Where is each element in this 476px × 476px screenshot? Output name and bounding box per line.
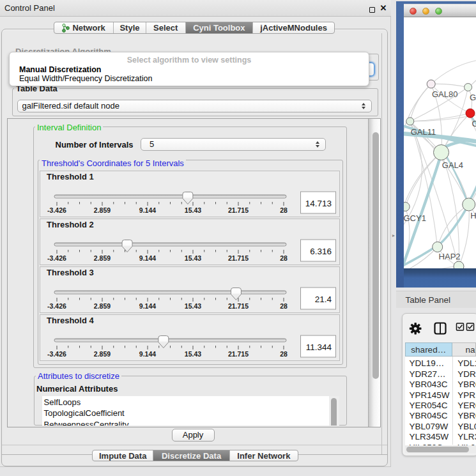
svg-text:2.859: 2.859 xyxy=(94,206,111,214)
svg-text:9.144: 9.144 xyxy=(139,350,156,358)
svg-text:21.715: 21.715 xyxy=(228,302,249,310)
svg-text:CR: CR xyxy=(472,119,476,128)
svg-text:-3.426: -3.426 xyxy=(47,206,66,214)
svg-text:21.715: 21.715 xyxy=(228,254,249,262)
svg-text:-3.426: -3.426 xyxy=(47,350,66,358)
svg-text:HI: HI xyxy=(470,210,476,220)
svg-text:GAL4: GAL4 xyxy=(442,160,463,170)
svg-text:GA: GA xyxy=(470,92,476,102)
svg-text:11.344: 11.344 xyxy=(306,342,332,352)
svg-text:14.713: 14.713 xyxy=(305,199,332,208)
svg-text:Threshold 2: Threshold 2 xyxy=(47,220,94,229)
svg-text:Threshold 1: Threshold 1 xyxy=(47,172,94,181)
svg-text:21.715: 21.715 xyxy=(228,206,249,214)
svg-text:GAL80: GAL80 xyxy=(432,89,457,99)
svg-text:28: 28 xyxy=(280,350,288,358)
svg-text:28: 28 xyxy=(280,254,288,262)
svg-text:GAL11: GAL11 xyxy=(411,127,436,137)
svg-text:28: 28 xyxy=(280,302,288,310)
svg-text:-3.426: -3.426 xyxy=(47,302,66,310)
svg-text:-3.426: -3.426 xyxy=(47,254,66,262)
svg-text:21.4: 21.4 xyxy=(315,295,332,304)
svg-text:2.859: 2.859 xyxy=(94,350,111,358)
svg-text:21.715: 21.715 xyxy=(228,350,249,358)
svg-text:Threshold 4: Threshold 4 xyxy=(47,316,94,325)
svg-text:9.144: 9.144 xyxy=(139,206,156,214)
svg-text:6.316: 6.316 xyxy=(310,247,332,256)
svg-text:9.144: 9.144 xyxy=(139,302,156,310)
svg-text:GCY1: GCY1 xyxy=(404,213,426,222)
svg-text:Threshold 3: Threshold 3 xyxy=(47,268,94,277)
svg-text:2.859: 2.859 xyxy=(94,254,111,262)
svg-text:28: 28 xyxy=(280,206,288,214)
svg-text:15.43: 15.43 xyxy=(185,254,201,262)
svg-text:2.859: 2.859 xyxy=(94,302,111,310)
svg-text:HAP2: HAP2 xyxy=(439,252,461,261)
svg-text:15.43: 15.43 xyxy=(185,350,201,358)
svg-text:15.43: 15.43 xyxy=(185,302,201,310)
svg-text:15.43: 15.43 xyxy=(185,206,201,214)
svg-text:9.144: 9.144 xyxy=(139,254,156,262)
